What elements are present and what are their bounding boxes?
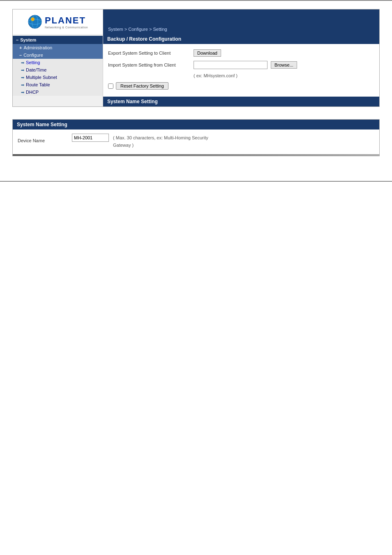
logo-brand-text: PLANET — [45, 15, 88, 26]
backup-section-header: Backup / Restore Configuration — [103, 34, 379, 44]
file-hint-text: ( ex: MHsystem.conf ) — [194, 73, 238, 78]
sidebar-item-administration[interactable]: + Administration — [13, 44, 103, 51]
minus-icon-config: – — [19, 53, 22, 58]
second-panel-title: System Name Setting — [17, 122, 67, 127]
device-name-label: Device Name — [18, 138, 67, 143]
system-name-section-header: System Name Setting — [103, 97, 379, 106]
device-name-input[interactable] — [72, 134, 109, 142]
logo-tagline-text: Networking & Communication — [45, 26, 88, 29]
reset-checkbox[interactable] — [108, 83, 113, 89]
plus-icon-admin: + — [19, 45, 22, 50]
arrow-icon-multiplesubnet: ➡ — [21, 75, 24, 80]
sidebar-routetable-label: Route Table — [26, 82, 50, 87]
second-panel: System Name Setting Device Name ( Max. 3… — [12, 119, 380, 156]
download-button[interactable]: Download — [194, 49, 221, 57]
logo-area: PLANET Networking & Communication — [13, 9, 103, 34]
breadcrumb: System > Configure > Setting — [108, 27, 167, 32]
device-name-hint: ( Max. 30 characters, ex: Multi-Homing S… — [113, 135, 208, 140]
sidebar-multiplesubnet-label: Multiple Subnet — [26, 75, 57, 80]
arrow-icon-dhcp: ➡ — [21, 90, 24, 95]
sidebar-item-system[interactable]: – System — [13, 36, 103, 44]
minus-icon: – — [16, 37, 18, 42]
svg-point-0 — [28, 15, 42, 28]
sidebar: – System + Administration – Configure ➡ … — [13, 34, 103, 106]
arrow-icon-datetime: ➡ — [21, 68, 24, 72]
sidebar-item-setting[interactable]: ➡ Setting — [13, 59, 103, 66]
arrow-icon-routetable: ➡ — [21, 83, 24, 87]
sidebar-administration-label: Administration — [23, 45, 52, 50]
export-row: Export System Setting to Client Download — [108, 47, 374, 59]
sidebar-item-datetime[interactable]: ➡ Date/Time — [13, 66, 103, 74]
backup-section-title: Backup / Restore Configuration — [107, 36, 181, 42]
sidebar-item-dhcp[interactable]: ➡ DHCP — [13, 88, 103, 96]
sidebar-datetime-label: Date/Time — [26, 67, 46, 72]
sidebar-configure-label: Configure — [23, 53, 43, 58]
second-panel-header: System Name Setting — [13, 120, 379, 130]
system-name-section-title: System Name Setting — [107, 99, 158, 104]
sidebar-dhcp-label: DHCP — [26, 90, 39, 95]
sidebar-item-configure[interactable]: – Configure — [13, 51, 103, 59]
file-hint-row: ( ex: MHsystem.conf ) — [108, 71, 374, 80]
sidebar-item-multiplesubnet[interactable]: ➡ Multiple Subnet — [13, 74, 103, 81]
import-row: Import System Setting from Client Browse… — [108, 59, 374, 71]
nav-bar: System > Configure > Setting — [103, 9, 379, 34]
reset-area: Reset Factory Setting — [108, 80, 374, 92]
file-path-input[interactable] — [194, 61, 267, 69]
sidebar-setting-label: Setting — [26, 60, 40, 65]
content-area: Backup / Restore Configuration Export Sy… — [103, 34, 379, 106]
file-input-area: Browse... — [194, 61, 297, 69]
import-label: Import System Setting from Client — [108, 62, 190, 67]
device-name-row: Device Name ( Max. 30 characters, ex: Mu… — [13, 130, 379, 152]
sidebar-item-routetable[interactable]: ➡ Route Table — [13, 81, 103, 88]
reset-factory-button[interactable]: Reset Factory Setting — [116, 82, 168, 90]
export-label: Export System Setting to Client — [108, 51, 190, 56]
browse-button[interactable]: Browse... — [271, 61, 297, 69]
arrow-icon-setting: ➡ — [21, 60, 24, 65]
svg-point-4 — [32, 18, 34, 20]
sidebar-system-label: System — [20, 37, 36, 42]
device-name-hint2: Gateway ) — [72, 143, 208, 148]
planet-logo-icon — [28, 14, 42, 29]
bottom-decorative-line — [13, 154, 379, 156]
